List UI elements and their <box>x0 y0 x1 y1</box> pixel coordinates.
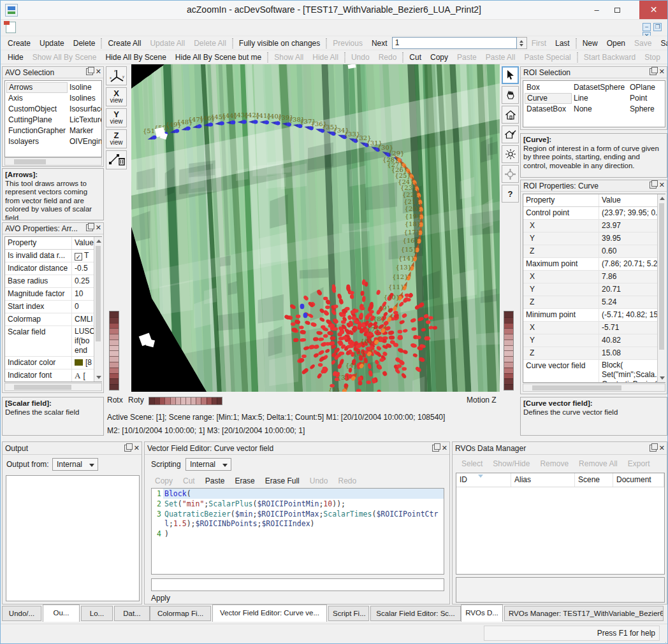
property-row[interactable]: Maximum point(7.86; 20.71; 5.24) <box>523 258 665 271</box>
right-colormap-slider[interactable] <box>504 311 514 390</box>
property-row[interactable]: X-5.71 <box>523 322 665 334</box>
spinner-arrows[interactable] <box>517 37 527 49</box>
column-header-id[interactable]: ID <box>456 473 511 487</box>
list-item-isoline[interactable]: Isoline <box>68 82 102 93</box>
script-command-input[interactable] <box>151 578 444 591</box>
tab-dat-[interactable]: Dat... <box>114 606 150 621</box>
table-header[interactable]: PropertyValue <box>523 194 665 207</box>
code-line[interactable]: 1Block( <box>152 489 444 499</box>
property-row[interactable]: Magnitude factor10 <box>5 288 101 301</box>
float-panel-icon[interactable] <box>432 445 439 452</box>
close-panel-icon[interactable]: ✕ <box>96 224 101 231</box>
scene-number-spinner[interactable]: 1 <box>392 37 527 49</box>
list-item-isosurface[interactable]: Isosurface <box>68 104 102 115</box>
property-row[interactable]: X23.97 <box>523 220 665 233</box>
roty-label[interactable]: Roty <box>128 396 144 404</box>
close-panel-icon[interactable]: ✕ <box>659 68 665 75</box>
delete-line-button[interactable] <box>106 150 127 169</box>
close-button[interactable]: ✕ <box>639 1 668 19</box>
list-item-oivengine[interactable]: OIVEngine <box>68 136 102 147</box>
list-item-none[interactable]: None <box>572 104 628 115</box>
list-item-sphere[interactable]: Sphere <box>628 104 665 115</box>
tab-ou-[interactable]: Ou... <box>43 605 80 622</box>
table-header[interactable]: Value <box>599 194 665 206</box>
tab-vector-field-editor-curve-ve-[interactable]: Vector Field Editor: Curve ve... <box>212 605 327 622</box>
float-panel-icon[interactable] <box>124 445 131 452</box>
property-row[interactable]: Z15.08 <box>523 347 665 360</box>
tab-script-fi-[interactable]: Script Fi... <box>328 606 369 621</box>
list-item-arrows[interactable]: Arrows <box>6 82 68 93</box>
property-row[interactable]: Indicator distance-0.5 <box>5 262 101 275</box>
property-row[interactable]: Base radius0.25 <box>5 275 101 288</box>
seek-tool-button[interactable] <box>502 165 519 183</box>
list-item-oplane[interactable]: OPlane <box>628 82 665 93</box>
rot-colormap-strip[interactable] <box>149 397 222 405</box>
update-button[interactable]: Update <box>35 37 69 50</box>
property-row[interactable]: X7.86 <box>523 271 665 283</box>
code-line[interactable]: 4) <box>152 529 444 539</box>
x-view-button[interactable]: X view <box>106 87 127 106</box>
hide-all-by-scene-button[interactable]: Hide All By Scene <box>101 51 170 64</box>
checkbox[interactable]: ✓ <box>75 253 82 261</box>
apply-button[interactable]: Apply <box>151 594 170 603</box>
tab-rvos-d-[interactable]: RVOs D... <box>461 605 503 622</box>
erase-button[interactable]: Erase <box>229 475 259 487</box>
paste-button[interactable]: Paste <box>200 475 230 487</box>
copy-button[interactable]: Copy <box>426 51 453 64</box>
list-item-datasetbox[interactable]: DatasetBox <box>525 104 572 115</box>
start-forward-button[interactable]: Start Forward <box>665 51 668 64</box>
property-row[interactable]: Scalar fieldLUSC if(bo end <box>5 326 101 357</box>
close-panel-icon[interactable]: ✕ <box>134 445 140 452</box>
code-line[interactable]: 3QuatraticBezier($min;$ROICIPointMax;Sca… <box>152 509 444 529</box>
output-source-dropdown[interactable]: Internal <box>52 458 98 471</box>
roi-props-vscrollbar[interactable] <box>657 194 665 382</box>
erase-full-button[interactable]: Erase Full <box>260 475 305 487</box>
property-row[interactable]: Is invalid data r...✓T <box>5 250 101 262</box>
property-row[interactable]: Minimum point(-5.71; 40.82; 15.... <box>523 309 665 322</box>
hide-button[interactable]: Hide <box>3 51 28 64</box>
pan-tool-button[interactable] <box>502 86 519 104</box>
property-row[interactable]: Z5.24 <box>523 296 665 309</box>
list-item-isolayers[interactable]: Isolayers <box>6 136 68 147</box>
property-row[interactable]: Indicator color[8 <box>5 357 101 369</box>
avo-props-hscrollbar[interactable] <box>4 383 102 391</box>
hide-all-by-scene-but-me-button[interactable]: Hide All By Scene but me <box>171 51 266 64</box>
list-item-cuttingplane[interactable]: CuttingPlane <box>6 115 68 125</box>
list-item-curve[interactable]: Curve <box>525 93 572 104</box>
cut-button[interactable]: Cut <box>405 51 426 64</box>
property-row[interactable]: Curve vector fieldBlock( Set("min";Scala… <box>523 360 665 383</box>
next-button[interactable]: Next <box>367 37 392 50</box>
table-header[interactable]: Property <box>523 194 599 206</box>
roi-props-hscrollbar[interactable] <box>523 383 665 392</box>
table-header[interactable]: Property <box>5 237 71 249</box>
rotx-label[interactable]: Rotx <box>107 396 123 404</box>
view-all-button[interactable] <box>502 145 519 163</box>
home-view-button[interactable] <box>502 106 519 124</box>
list-item-datasetsphere[interactable]: DatasetSphere <box>572 82 628 93</box>
tab-lo-[interactable]: Lo... <box>81 606 113 621</box>
property-row[interactable]: Indicator fontA[ <box>5 369 101 382</box>
property-row[interactable]: Control point(23.97; 39.95; 0.... <box>523 207 665 220</box>
save-as-button[interactable]: Save As <box>656 37 668 50</box>
float-panel-icon[interactable] <box>650 445 657 452</box>
tab-rvos-manager-test17-withvariable-bezier6-[interactable]: RVOs Manager: TEST17_WithVariable_Bezier… <box>504 606 664 621</box>
y-view-button[interactable]: Y view <box>106 108 127 127</box>
open-button[interactable]: Open <box>602 37 630 50</box>
property-row[interactable]: Y20.71 <box>523 283 665 296</box>
list-item-axis[interactable]: Axis <box>6 93 68 104</box>
table-header[interactable]: PropertyValue <box>5 237 101 250</box>
tab-scalar-field-editor-sc-[interactable]: Scalar Field Editor: Sc... <box>370 606 461 621</box>
close-panel-icon[interactable]: ✕ <box>659 445 665 452</box>
tab-undo-[interactable]: Undo/... <box>2 606 41 621</box>
close-panel-icon[interactable]: ✕ <box>659 182 665 189</box>
delete-button[interactable]: Delete <box>69 37 100 50</box>
list-item-customobject[interactable]: CustomObject <box>6 104 68 115</box>
select-tool-button[interactable] <box>502 66 519 84</box>
mdi-minimize-button[interactable]: – <box>643 23 651 31</box>
scripting-dropdown[interactable]: Internal <box>185 458 231 471</box>
list-item-box[interactable]: Box <box>525 82 572 93</box>
close-panel-icon[interactable]: ✕ <box>442 445 447 452</box>
help-tool-button[interactable]: ? <box>502 185 519 203</box>
output-text-area[interactable] <box>6 475 140 601</box>
left-colormap-slider[interactable] <box>109 311 119 390</box>
